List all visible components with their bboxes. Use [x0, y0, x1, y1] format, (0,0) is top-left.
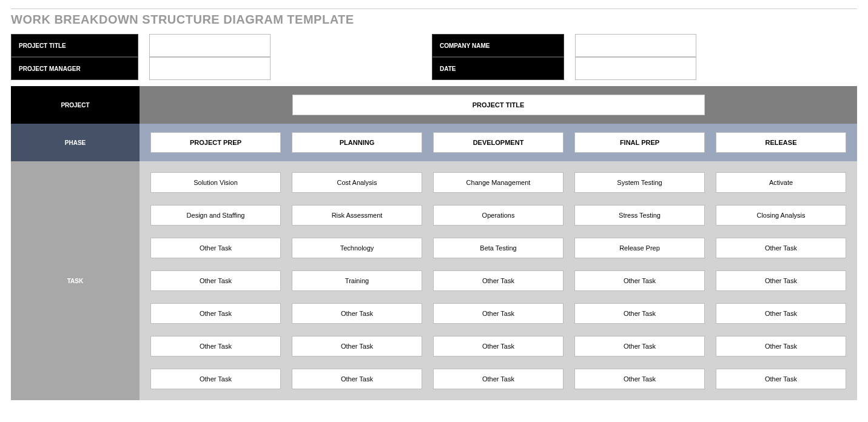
wbs-table: PROJECT PROJECT TITLE PHASE PROJECT PREP… [11, 86, 857, 400]
task-box[interactable]: Other Task [716, 238, 846, 258]
task-box[interactable]: Other Task [292, 303, 422, 324]
phase-box[interactable]: PROJECT PREP [150, 132, 281, 153]
task-box[interactable]: Design and Staffing [150, 205, 281, 226]
task-row: Design and StaffingRisk AssessmentOperat… [150, 205, 846, 226]
task-row: Other TaskTrainingOther TaskOther TaskOt… [150, 270, 846, 291]
task-box[interactable]: Other Task [716, 369, 846, 389]
task-box[interactable]: Technology [292, 238, 422, 258]
phase-box[interactable]: PLANNING [292, 132, 422, 153]
task-box[interactable]: Other Task [716, 303, 846, 324]
project-manager-label: PROJECT MANAGER [11, 57, 138, 80]
task-row: Other TaskOther TaskOther TaskOther Task… [150, 369, 846, 389]
task-box[interactable]: Other Task [292, 369, 422, 389]
phase-row-content: PROJECT PREPPLANNINGDEVELOPMENTFINAL PRE… [140, 124, 857, 161]
task-row: Solution VisionCost AnalysisChange Manag… [150, 172, 846, 193]
task-row-content: Solution VisionCost AnalysisChange Manag… [140, 161, 857, 400]
task-box[interactable]: Other Task [574, 303, 705, 324]
task-box[interactable]: Other Task [150, 336, 281, 357]
project-row-content: PROJECT TITLE [140, 86, 857, 124]
task-box[interactable]: Other Task [150, 238, 281, 258]
task-row: Other TaskTechnologyBeta TestingRelease … [150, 238, 846, 258]
task-box[interactable]: System Testing [574, 172, 705, 193]
task-box[interactable]: Other Task [433, 303, 564, 324]
task-box[interactable]: Other Task [150, 303, 281, 324]
phase-box[interactable]: FINAL PREP [574, 132, 705, 153]
task-box[interactable]: Other Task [716, 336, 846, 357]
page-title: WORK BREAKDOWN STRUCTURE DIAGRAM TEMPLAT… [11, 13, 857, 27]
task-box[interactable]: Cost Analysis [292, 172, 422, 193]
task-row: Other TaskOther TaskOther TaskOther Task… [150, 336, 846, 357]
company-name-label: COMPANY NAME [432, 34, 564, 57]
task-box[interactable]: Release Prep [574, 238, 705, 258]
task-box[interactable]: Other Task [716, 270, 846, 291]
task-box[interactable]: Other Task [433, 336, 564, 357]
task-box[interactable]: Change Management [433, 172, 564, 193]
task-box[interactable]: Solution Vision [150, 172, 281, 193]
project-title-input[interactable] [149, 34, 271, 57]
task-box[interactable]: Activate [716, 172, 846, 193]
task-box[interactable]: Other Task [150, 270, 281, 291]
project-title-label: PROJECT TITLE [11, 34, 138, 57]
task-row-label: TASK [11, 161, 140, 400]
task-box[interactable]: Closing Analysis [716, 205, 846, 226]
phase-box[interactable]: RELEASE [716, 132, 846, 153]
task-box[interactable]: Other Task [433, 369, 564, 389]
task-box[interactable]: Training [292, 270, 422, 291]
company-name-input[interactable] [575, 34, 696, 57]
task-box[interactable]: Risk Assessment [292, 205, 422, 226]
project-row-label: PROJECT [11, 86, 140, 124]
task-box[interactable]: Other Task [150, 369, 281, 389]
date-label: DATE [432, 57, 564, 80]
phase-box[interactable]: DEVELOPMENT [433, 132, 564, 153]
header-fields: PROJECT TITLE COMPANY NAME PROJECT MANAG… [11, 34, 857, 80]
task-box[interactable]: Stress Testing [574, 205, 705, 226]
task-box[interactable]: Other Task [292, 336, 422, 357]
task-box[interactable]: Beta Testing [433, 238, 564, 258]
project-manager-input[interactable] [149, 57, 271, 80]
task-box[interactable]: Other Task [574, 336, 705, 357]
task-box[interactable]: Other Task [433, 270, 564, 291]
date-input[interactable] [575, 57, 696, 80]
project-title-box[interactable]: PROJECT TITLE [292, 95, 705, 115]
phase-row-label: PHASE [11, 124, 140, 161]
task-box[interactable]: Other Task [574, 369, 705, 389]
task-box[interactable]: Other Task [574, 270, 705, 291]
task-row: Other TaskOther TaskOther TaskOther Task… [150, 303, 846, 324]
task-box[interactable]: Operations [433, 205, 564, 226]
